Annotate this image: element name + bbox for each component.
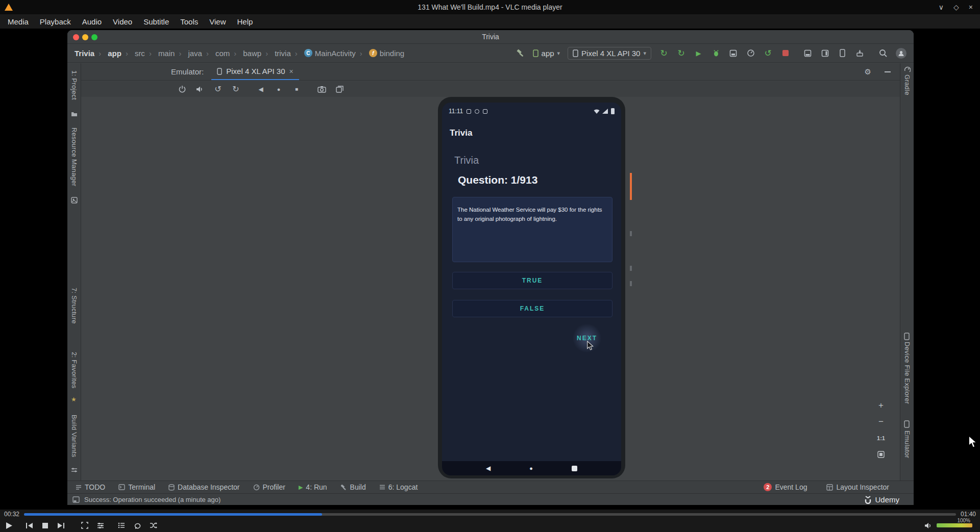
attach-debugger-icon[interactable] <box>728 48 738 58</box>
home-icon[interactable]: ● <box>274 85 283 94</box>
run-icon[interactable]: ▶ <box>694 48 703 58</box>
toolwindow-terminal[interactable]: Terminal <box>118 483 155 491</box>
layout-inspector-button[interactable]: Layout Inspector <box>826 483 889 491</box>
restart-activity-icon[interactable]: ↺ <box>763 48 773 58</box>
device-manager-icon[interactable] <box>838 48 847 58</box>
toolwindow-database-inspector[interactable]: Database Inspector <box>168 483 239 491</box>
loop-button[interactable] <box>133 521 142 530</box>
toolwindow-todo[interactable]: TODO <box>76 483 105 491</box>
back-icon[interactable]: ◀ <box>256 85 265 94</box>
zoom-in-button[interactable]: + <box>874 399 888 412</box>
zoom-out-button[interactable]: − <box>874 415 888 428</box>
resource-manager-icon[interactable] <box>71 197 78 204</box>
toolwindows-icon[interactable] <box>803 48 813 58</box>
menu-playback[interactable]: Playback <box>34 15 77 28</box>
fullscreen-button[interactable] <box>80 521 89 530</box>
toolwindow-toggle-icon[interactable] <box>72 496 80 503</box>
previous-button[interactable] <box>24 521 34 530</box>
stop-button[interactable] <box>40 521 50 530</box>
menu-media[interactable]: Media <box>2 15 34 28</box>
volume-slider[interactable] <box>937 523 972 527</box>
menu-tools[interactable]: Tools <box>175 15 204 28</box>
seek-slider[interactable] <box>24 513 956 516</box>
sidebar-item-device-file-explorer[interactable]: Device File Explorer <box>900 342 914 404</box>
menu-view[interactable]: View <box>204 15 231 28</box>
false-button[interactable]: FALSE <box>452 300 612 317</box>
minimize-icon[interactable]: ∨ <box>939 3 944 11</box>
apply-changes-icon[interactable]: ↻ <box>676 48 686 58</box>
sidebar-item-structure[interactable]: 7: Structure <box>67 288 81 324</box>
debug-icon[interactable] <box>711 48 721 58</box>
speaker-icon[interactable] <box>925 522 933 529</box>
emulator-screen[interactable]: 11:11 Trivia Trivia Quest <box>442 103 621 475</box>
layout-validation-icon[interactable] <box>820 48 830 58</box>
extended-settings-button[interactable] <box>96 521 105 530</box>
vlc-control-bar: 100% <box>0 519 980 532</box>
menu-subtitle[interactable]: Subtitle <box>138 15 175 28</box>
maximize-icon[interactable]: ◇ <box>953 3 959 11</box>
volume-icon[interactable] <box>195 85 205 94</box>
video-area[interactable]: Trivia Trivia app src main java com bawp… <box>0 29 980 510</box>
true-button[interactable]: TRUE <box>452 272 612 289</box>
rotate-right-icon[interactable]: ↻ <box>231 85 240 94</box>
breadcrumb-item-mainactivity[interactable]: C MainActivity <box>291 49 356 58</box>
playlist-button[interactable] <box>117 521 126 530</box>
run-config-dropdown[interactable]: app ▾ <box>533 49 560 58</box>
breadcrumb-item[interactable]: bawp <box>230 49 261 58</box>
android-home-icon[interactable]: ● <box>529 465 533 471</box>
play-button[interactable] <box>5 521 14 530</box>
rotate-left-icon[interactable]: ↺ <box>213 85 223 94</box>
folder-icon[interactable] <box>71 111 78 117</box>
close-icon[interactable]: × <box>969 3 973 11</box>
power-icon[interactable] <box>178 85 187 94</box>
mac-close-button[interactable] <box>73 34 79 40</box>
breadcrumb-item[interactable]: com <box>202 49 230 58</box>
sidebar-item-resource-manager[interactable]: Resource Manager <box>67 128 81 186</box>
volume-fill <box>937 523 972 527</box>
breadcrumb-item[interactable]: main <box>145 49 175 58</box>
menu-video[interactable]: Video <box>107 15 138 28</box>
next-button[interactable] <box>56 521 65 530</box>
event-log-button[interactable]: 2 Event Log <box>764 483 807 491</box>
sidebar-item-emulator[interactable]: Emulator <box>900 430 914 458</box>
breadcrumb-item[interactable]: java <box>175 49 202 58</box>
emulator-device-tab[interactable]: Pixel 4 XL API 30 × <box>211 63 299 80</box>
toolwindow-profiler[interactable]: Profiler <box>253 483 285 491</box>
search-icon[interactable] <box>878 48 888 58</box>
profiler-icon[interactable] <box>746 48 755 58</box>
toolwindow-logcat[interactable]: 6: Logcat <box>379 483 418 491</box>
mac-minimize-button[interactable] <box>82 34 88 40</box>
breadcrumb-item[interactable]: src <box>121 49 145 58</box>
device-dropdown[interactable]: Pixel 4 XL API 30 ▾ <box>568 47 651 60</box>
build-hammer-icon[interactable] <box>516 48 525 58</box>
udemy-logo-icon <box>864 496 872 504</box>
sidebar-item-favorites[interactable]: 2: Favorites <box>67 352 81 389</box>
user-avatar[interactable] <box>896 48 906 59</box>
breadcrumb-item[interactable]: trivia <box>261 49 291 58</box>
breadcrumb-item[interactable]: Trivia <box>75 49 94 58</box>
gear-icon[interactable]: ⚙ <box>865 67 871 77</box>
menu-help[interactable]: Help <box>232 15 259 28</box>
snapshots-icon[interactable] <box>335 85 344 94</box>
rerun-icon[interactable]: ↻ <box>659 48 669 58</box>
tab-close-icon[interactable]: × <box>289 67 293 75</box>
stop-icon[interactable] <box>780 48 790 58</box>
zoom-fit-button[interactable] <box>874 448 888 461</box>
menu-audio[interactable]: Audio <box>77 15 107 28</box>
hide-panel-icon[interactable] <box>885 71 891 72</box>
breadcrumb-item[interactable]: app <box>94 49 121 58</box>
sidebar-item-project[interactable]: 1: Project <box>67 70 81 100</box>
sidebar-item-build-variants[interactable]: Build Variants <box>67 415 81 457</box>
breadcrumb-item-binding[interactable]: f binding <box>356 49 404 58</box>
android-back-icon[interactable]: ◀ <box>486 465 491 472</box>
sdk-manager-icon[interactable] <box>855 48 865 58</box>
random-button[interactable] <box>149 521 158 530</box>
overview-icon[interactable]: ■ <box>292 85 301 94</box>
mac-zoom-button[interactable] <box>91 34 97 40</box>
zoom-reset-button[interactable]: 1:1 <box>874 432 888 445</box>
toolwindow-build[interactable]: Build <box>340 483 366 491</box>
toolwindow-run[interactable]: ▶ 4: Run <box>299 483 327 491</box>
sidebar-item-gradle[interactable]: Gradle <box>900 74 914 95</box>
screenshot-icon[interactable] <box>317 85 326 94</box>
android-overview-icon[interactable] <box>572 466 577 471</box>
